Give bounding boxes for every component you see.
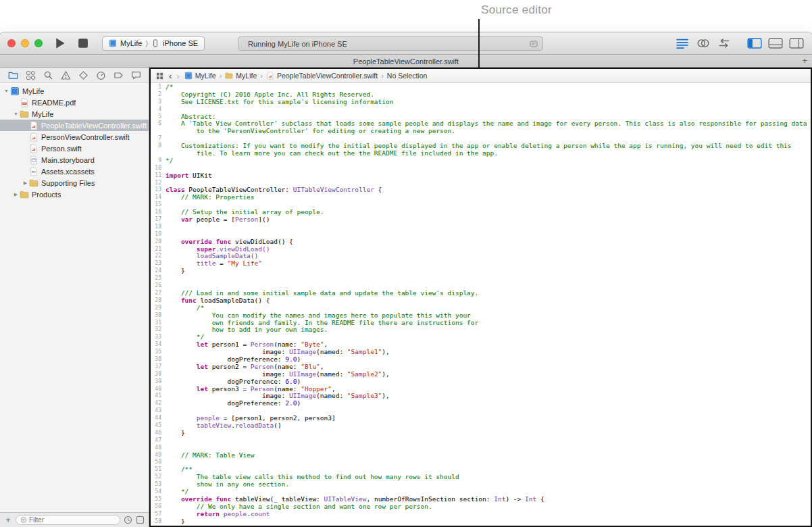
tree-item[interactable]: ▼MyLife [0,108,149,120]
tree-item[interactable]: ▶Supporting Files [0,177,149,189]
code-line[interactable]: 17 var people = [Person]() [151,216,811,224]
tab-active-file[interactable]: PeopleTableViewController.swift [353,57,459,66]
recent-files-icon[interactable] [124,516,132,524]
line-number[interactable]: 2 [151,91,166,99]
code-line[interactable]: 28 func loadSampleData() { [151,297,811,305]
disclosure-triangle-icon[interactable]: ▶ [22,180,29,186]
line-number[interactable]: 23 [151,260,166,268]
scheme-name[interactable]: MyLife [120,39,142,47]
navigator-panel-icon[interactable] [747,37,762,49]
line-number[interactable]: 17 [151,216,166,224]
line-number[interactable]: 39 [151,378,166,386]
go-back-button[interactable]: ‹ [169,72,172,80]
line-number[interactable]: 47 [151,437,166,445]
code-line[interactable]: 11import UIKit [151,172,811,180]
code-area[interactable]: 1/*2 Copyright (C) 2016 Apple Inc. All R… [151,83,811,526]
line-number[interactable]: 58 [151,518,166,526]
filter-field[interactable] [16,515,120,525]
scheme-device[interactable]: iPhone SE [163,39,198,47]
code-line[interactable]: 14 // MARK: Properties [151,194,811,201]
related-items-icon[interactable] [155,72,164,80]
code-line[interactable]: 4 [151,106,811,114]
breadcrumb-item[interactable]: No Selection [387,72,428,80]
add-item-button[interactable]: + [4,515,12,525]
line-number[interactable]: 30 [151,312,166,320]
symbol-navigator-icon[interactable] [26,70,36,80]
code-line[interactable]: to the 'PersonViewController' for editin… [151,128,811,135]
line-number[interactable]: 32 [151,326,166,334]
minimize-button[interactable] [21,39,29,47]
line-number[interactable]: 1 [151,84,166,91]
tree-item[interactable]: PDFREADME.pdf [0,97,149,108]
line-number[interactable]: 27 [151,290,166,297]
line-number[interactable]: 44 [151,415,166,422]
line-number[interactable]: 29 [151,305,166,312]
line-number[interactable]: 37 [151,363,166,371]
code-line[interactable]: 42 dogPreference: 2.0) [151,400,811,407]
go-forward-button[interactable]: › [176,72,179,80]
line-number[interactable]: 54 [151,488,166,496]
line-number[interactable]: 19 [151,231,166,239]
line-number[interactable]: 15 [151,201,166,209]
line-number[interactable]: 40 [151,386,166,393]
line-number[interactable]: 34 [151,341,166,349]
line-number[interactable]: 25 [151,275,166,282]
line-number[interactable]: 7 [151,135,166,143]
line-number[interactable]: 21 [151,246,166,253]
code-line[interactable]: 23 title = "My Life" [151,260,811,268]
code-line[interactable]: 9*/ [151,157,811,165]
report-navigator-icon[interactable] [131,70,141,80]
breakpoint-navigator-icon[interactable] [113,70,124,80]
tree-item[interactable]: PersonViewController.swift [0,131,149,143]
debug-navigator-icon[interactable] [96,70,106,80]
line-number[interactable]: 13 [151,186,166,194]
line-number[interactable]: 45 [151,422,166,430]
test-navigator-icon[interactable] [78,70,88,80]
line-number[interactable]: 33 [151,334,166,341]
project-navigator-icon[interactable] [8,70,18,80]
line-number[interactable]: 53 [151,481,166,488]
line-number[interactable]: 46 [151,430,166,437]
line-number[interactable]: 49 [151,452,166,459]
line-number[interactable]: 48 [151,445,166,452]
line-number[interactable]: 4 [151,106,166,114]
breadcrumb-item[interactable]: MyLife [225,72,257,80]
stop-button[interactable] [76,36,90,50]
line-number[interactable]: 38 [151,371,166,378]
line-number[interactable]: 35 [151,349,166,356]
code-line[interactable]: 49 // MARK: Table View [151,452,811,459]
tree-item[interactable]: Main.storyboard [0,154,149,166]
line-number[interactable]: 11 [151,172,166,180]
tree-item[interactable]: ▼MyLife [0,85,149,97]
breadcrumb-item[interactable]: PeopleTableViewController.swift [266,72,378,80]
line-number[interactable]: 57 [151,511,166,518]
line-number[interactable]: 3 [151,99,166,106]
line-number[interactable]: 43 [151,407,166,415]
line-number[interactable]: 24 [151,268,166,275]
line-number[interactable]: 12 [151,180,166,187]
line-number[interactable]: 28 [151,297,166,305]
line-number[interactable] [151,128,166,135]
line-number[interactable]: 51 [151,466,166,474]
breadcrumb-item[interactable]: MyLife [184,72,216,80]
version-editor-icon[interactable] [717,37,732,49]
disclosure-triangle-icon[interactable]: ▶ [12,192,20,197]
close-button[interactable] [7,39,16,47]
line-number[interactable]: 22 [151,253,166,260]
line-number[interactable]: 10 [151,165,166,172]
line-number[interactable]: 16 [151,209,166,216]
line-number[interactable]: 50 [151,459,166,466]
line-number[interactable]: 14 [151,194,166,201]
code-line[interactable]: 50 [151,459,811,466]
line-number[interactable]: 55 [151,496,166,503]
assistant-editor-icon[interactable] [696,37,711,49]
code-line[interactable]: 25 [151,275,811,282]
code-line[interactable]: 32 how to add in your own images. [151,326,811,334]
line-number[interactable]: 56 [151,503,166,511]
code-line[interactable]: 58 } [151,518,811,526]
standard-editor-icon[interactable] [675,37,690,49]
code-line[interactable]: 10 [151,165,811,172]
line-number[interactable]: 26 [151,282,166,290]
line-number[interactable]: 41 [151,393,166,400]
line-number[interactable]: 9 [151,157,166,165]
